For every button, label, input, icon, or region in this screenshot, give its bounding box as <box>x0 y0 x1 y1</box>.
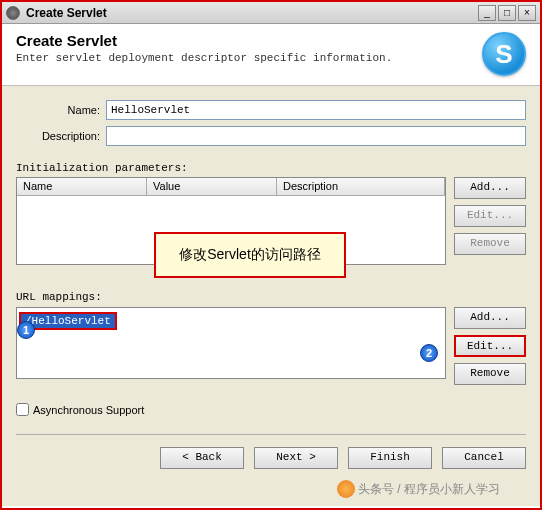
avatar-icon <box>337 480 355 498</box>
description-label: Description: <box>16 130 106 142</box>
wizard-body: Name: Description: Initialization parame… <box>2 86 540 506</box>
annotation-marker-1: 1 <box>17 321 35 339</box>
column-value: Value <box>147 178 277 195</box>
page-subtitle: Enter servlet deployment descriptor spec… <box>16 52 526 64</box>
async-support-checkbox[interactable] <box>16 403 29 416</box>
window-title: Create Servlet <box>26 6 478 20</box>
init-params-edit-button[interactable]: Edit... <box>454 205 526 227</box>
maximize-button[interactable]: □ <box>498 5 516 21</box>
close-button[interactable]: × <box>518 5 536 21</box>
url-mappings-label: URL mappings: <box>16 291 526 303</box>
watermark: 头条号 / 程序员小新人学习 <box>337 480 500 498</box>
async-support-label: Asynchronous Support <box>33 404 144 416</box>
minimize-button[interactable]: _ <box>478 5 496 21</box>
annotation-callout: 修改Servlet的访问路径 <box>154 232 346 278</box>
name-label: Name: <box>16 104 106 116</box>
next-button[interactable]: Next > <box>254 447 338 469</box>
app-icon <box>6 6 20 20</box>
wizard-header: Create Servlet Enter servlet deployment … <box>2 24 540 86</box>
description-field[interactable] <box>106 126 526 146</box>
finish-button[interactable]: Finish <box>348 447 432 469</box>
column-description: Description <box>277 178 445 195</box>
annotation-marker-2: 2 <box>420 344 438 362</box>
back-button[interactable]: < Back <box>160 447 244 469</box>
init-params-add-button[interactable]: Add... <box>454 177 526 199</box>
titlebar: Create Servlet _ □ × <box>2 2 540 24</box>
servlet-icon: S <box>482 32 526 76</box>
name-field[interactable] <box>106 100 526 120</box>
page-title: Create Servlet <box>16 32 526 49</box>
column-name: Name <box>17 178 147 195</box>
watermark-text: 头条号 / 程序员小新人学习 <box>358 481 500 498</box>
url-mappings-remove-button[interactable]: Remove <box>454 363 526 385</box>
cancel-button[interactable]: Cancel <box>442 447 526 469</box>
url-mappings-add-button[interactable]: Add... <box>454 307 526 329</box>
url-mappings-list[interactable]: /HelloServlet <box>16 307 446 379</box>
url-mappings-edit-button[interactable]: Edit... <box>454 335 526 357</box>
init-params-remove-button[interactable]: Remove <box>454 233 526 255</box>
init-params-label: Initialization parameters: <box>16 162 526 174</box>
